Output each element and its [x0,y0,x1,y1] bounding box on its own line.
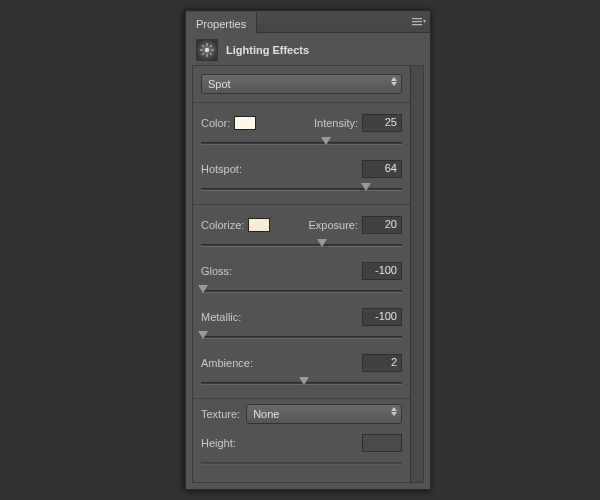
panel-menu-button[interactable] [408,11,430,32]
light-type-dropdown[interactable]: Spot [201,74,402,94]
svg-line-12 [210,45,212,47]
vertical-scrollbar[interactable] [410,65,424,483]
hotspot-label: Hotspot: [201,163,242,175]
gloss-slider[interactable] [201,284,402,298]
color-swatch[interactable] [234,116,256,130]
color-label: Color: [201,117,230,129]
intensity-input[interactable]: 25 [362,114,402,132]
height-input [362,434,402,452]
ambience-slider[interactable] [201,376,402,390]
flyout-menu-icon [412,17,426,27]
ambience-input[interactable]: 2 [362,354,402,372]
svg-line-11 [202,53,204,55]
svg-marker-3 [423,20,426,23]
exposure-slider[interactable] [201,238,402,252]
gloss-input[interactable]: -100 [362,262,402,280]
svg-line-10 [210,53,212,55]
ambience-label: Ambience: [201,357,253,369]
svg-rect-0 [412,18,422,19]
texture-dropdown[interactable]: None [246,404,402,424]
slider-thumb-icon [321,137,331,145]
svg-rect-1 [412,21,422,22]
slider-thumb-icon [299,377,309,385]
slider-thumb-icon [361,183,371,191]
svg-rect-2 [412,24,422,25]
exposure-input[interactable]: 20 [362,216,402,234]
tab-properties[interactable]: Properties [186,12,257,34]
slider-thumb-icon [198,285,208,293]
panel-titlebar: Properties [186,11,430,33]
dropdown-arrows-icon [391,407,397,416]
metallic-label: Metallic: [201,311,241,323]
texture-value: None [253,408,279,420]
exposure-label: Exposure: [308,219,358,231]
lighting-effects-icon [196,39,218,61]
height-slider [201,456,402,470]
filter-title: Lighting Effects [226,44,309,56]
metallic-slider[interactable] [201,330,402,344]
gloss-label: Gloss: [201,265,232,277]
colorize-swatch[interactable] [248,218,270,232]
filter-header: Lighting Effects [186,33,430,67]
properties-panel: Properties [185,10,431,490]
intensity-slider[interactable] [201,136,402,150]
panel-body: Spot Color: Intensity: 25 Hotspot: [192,65,410,483]
metallic-input[interactable]: -100 [362,308,402,326]
slider-thumb-icon [198,331,208,339]
texture-label: Texture: [201,408,240,420]
intensity-label: Intensity: [314,117,358,129]
svg-point-4 [205,48,209,52]
light-type-value: Spot [208,78,231,90]
colorize-label: Colorize: [201,219,244,231]
svg-line-9 [202,45,204,47]
height-label: Height: [201,437,236,449]
slider-thumb-icon [317,239,327,247]
hotspot-slider[interactable] [201,182,402,196]
hotspot-input[interactable]: 64 [362,160,402,178]
dropdown-arrows-icon [391,77,397,86]
